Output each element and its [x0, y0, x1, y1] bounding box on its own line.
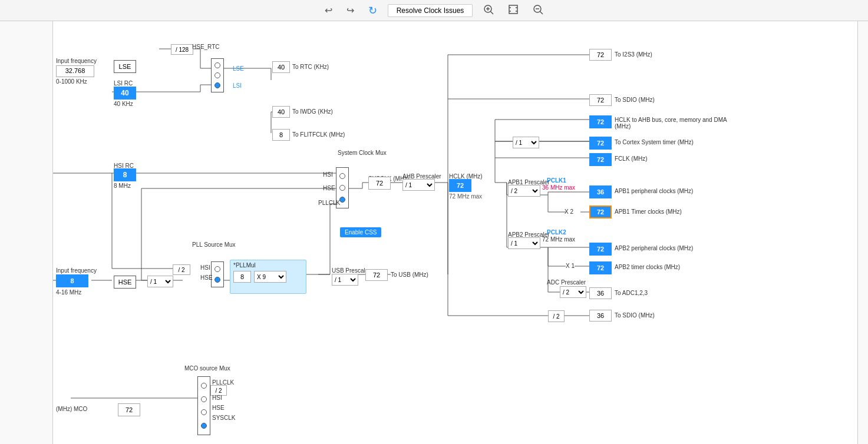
i2s3-value-box: 72: [589, 49, 612, 61]
hse-div1-select[interactable]: / 1: [147, 276, 173, 287]
hclk-max-label: 72 MHz max: [449, 193, 482, 200]
fclk-value-box: 72: [589, 153, 612, 166]
pclk1-max-label: 36 MHz max: [542, 184, 575, 191]
pclk1-label: PCLK1: [547, 177, 566, 184]
lsi-rc-label: LSI RC: [114, 80, 133, 87]
sysclk-mux-pll[interactable]: [339, 197, 345, 203]
apb1-timer-value-box: 72: [589, 206, 612, 218]
hse-rtc-label: HSE_RTC: [192, 44, 220, 50]
mco-mux: [197, 376, 210, 435]
mco-dest-label: (MHz) MCO: [56, 406, 87, 412]
input-freq-bot-range: 4-16 MHz: [56, 289, 81, 296]
apb1-periph-value-box: 36: [589, 185, 612, 198]
lsi-line-label: LSI: [233, 82, 242, 89]
adc-out-box: 36: [589, 287, 612, 299]
apb1-prescaler-select[interactable]: / 2: [508, 185, 540, 197]
usb-prescaler-label: USB Prescaler: [332, 267, 371, 274]
pll-mux-hse-label: HSE: [200, 274, 213, 281]
redo-button[interactable]: ↪: [343, 4, 358, 17]
apb2-timer-value-box: 72: [589, 261, 612, 274]
sdio-top-value-box: 72: [589, 94, 612, 106]
cortex-div-select[interactable]: / 1: [513, 137, 539, 148]
hse-box-bottom[interactable]: HSE: [114, 276, 136, 289]
mco-mux-pllclk[interactable]: [201, 383, 207, 389]
pll-div2-box[interactable]: / 2: [173, 264, 190, 275]
pclk2-label: PCLK2: [547, 229, 566, 236]
input-freq-top-value[interactable]: 32.768: [56, 65, 94, 77]
input-freq-bot-value[interactable]: 8: [56, 274, 88, 287]
apb2-prescaler-select[interactable]: / 1: [508, 237, 540, 249]
hsi-value-box[interactable]: 8: [114, 168, 136, 181]
refresh-button[interactable]: ↻: [365, 3, 381, 18]
sysclk-mux-hsi-label: HSI: [323, 171, 333, 178]
lse-box[interactable]: LSE: [114, 60, 136, 73]
apb2-timer-label: APB2 timer clocks (MHz): [615, 264, 680, 270]
fclk-dest-label: FCLK (MHz): [615, 155, 648, 162]
mco-mux-hsi[interactable]: [201, 396, 207, 402]
sysclk-mux-pll-label: PLLCLK: [318, 200, 340, 206]
usb-dest-label: To USB (MHz): [391, 271, 428, 278]
zoom-in-button[interactable]: [480, 3, 497, 18]
resolve-clock-button[interactable]: Resolve Clock Issues: [388, 4, 473, 17]
i2s3-dest-label: To I2S3 (MHz): [615, 51, 652, 58]
input-freq-bot-label: Input frequency: [56, 267, 97, 274]
rtc-dest-label: To RTC (KHz): [292, 64, 329, 70]
rtc-mux-radio-lsi[interactable]: [214, 82, 220, 88]
pll-mul-select[interactable]: X 9: [254, 271, 286, 283]
enable-css-btn[interactable]: Enable CSS: [340, 227, 381, 237]
flitfclk-dest-label: To FLITFCLK (MHz): [292, 131, 345, 138]
input-freq-top-label: Input frequency: [56, 58, 97, 64]
hsi-unit: 8 MHz: [114, 183, 131, 189]
pll-mul-value-box: 8: [233, 271, 251, 283]
mco-mux-sysclk[interactable]: [201, 423, 207, 429]
adc-prescaler-select[interactable]: / 2: [560, 286, 586, 298]
svg-rect-4: [509, 5, 517, 14]
apb2-periph-label: APB2 peripheral clocks (MHz): [615, 245, 693, 251]
cortex-dest-label: To Cortex System timer (MHz): [615, 139, 694, 145]
pll-source-mux: [211, 261, 224, 287]
cortex-value-box: 72: [589, 137, 612, 150]
pll-box: *PLLMul 8 X 9: [230, 260, 306, 294]
sysclk-value-box: 72: [368, 177, 391, 190]
lsi-value-box[interactable]: 40: [114, 87, 136, 100]
mco-mux-hse[interactable]: [201, 409, 207, 415]
sysclk-mux-hsi[interactable]: [339, 173, 345, 179]
sdio-div-box[interactable]: / 2: [548, 310, 565, 322]
rtc-mux-radio-hse[interactable]: [214, 62, 220, 68]
sdio-top-dest-label: To SDIO (MHz): [615, 97, 655, 103]
apb1-timer-x2-label: X 2: [565, 208, 573, 215]
sysclk-mux-hse[interactable]: [339, 185, 345, 191]
pll-mul-label: *PLLMul: [233, 262, 309, 269]
flitfclk-out-box: 8: [272, 129, 290, 141]
input-freq-top-range: 0-1000 KHz: [56, 78, 87, 85]
ahb-prescaler-select[interactable]: / 1: [402, 179, 435, 191]
left-sidebar: [0, 21, 53, 444]
usb-prescaler-select[interactable]: / 1: [332, 274, 358, 286]
pll-source-mux-label: PLL Source Mux: [192, 241, 236, 248]
hclk-ahb-value-box: 72: [589, 115, 612, 128]
hclk-value-box: 72: [449, 179, 471, 192]
sdio-dest-label: To SDIO (MHz): [615, 312, 655, 319]
undo-button[interactable]: ↩: [321, 4, 336, 17]
mco-out-box: 72: [118, 403, 140, 416]
pll-mux-hsi[interactable]: [214, 266, 220, 272]
rtc-mux-radio-lse[interactable]: [214, 72, 220, 78]
pll-mux-hse[interactable]: [214, 277, 220, 283]
adc-dest-label: To ADC1,2,3: [615, 290, 648, 296]
hclk-ahb-dest-label: HCLK to AHB bus, core, memory and DMA (M…: [615, 117, 732, 130]
fit-button[interactable]: [504, 3, 522, 18]
mco-sysclk-label: SYSCLK: [212, 415, 235, 421]
mco-source-mux-label: MCO source Mux: [184, 365, 230, 372]
pll-mux-hsi-label: HSI: [200, 264, 210, 271]
apb2-timer-x1-label: X 1: [566, 263, 575, 269]
lsi-unit: 40 KHz: [114, 101, 133, 107]
clock-tree-canvas: Input frequency 32.768 0-1000 KHz LSE LS…: [0, 21, 868, 444]
system-clock-mux-label: System Clock Mux: [338, 150, 387, 156]
div128-box[interactable]: / 128: [171, 44, 193, 55]
zoom-out-button[interactable]: [529, 3, 547, 18]
apb1-periph-label: APB1 peripheral clocks (MHz): [615, 188, 693, 194]
svg-line-10: [540, 11, 543, 14]
iwdg-dest-label: To IWDG (KHz): [292, 108, 333, 115]
sysclk-mux-hse-label: HSE: [323, 185, 335, 191]
mco-hsi-label: HSI: [212, 395, 222, 401]
